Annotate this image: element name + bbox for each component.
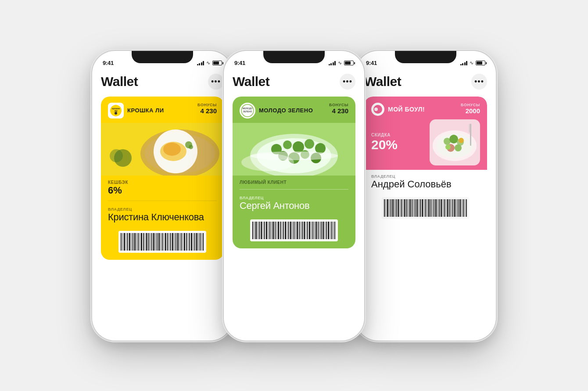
svg-point-142 [455,144,462,151]
svg-rect-126 [325,222,325,239]
loyalty-card-right[interactable]: МОЙ БОУЛ! БОНУСЫ 2000 СКИДКА 20% [364,97,487,228]
app-header-left: Wallet ••• [101,70,224,97]
card-image-left [101,123,224,176]
svg-rect-88 [259,222,260,239]
bonus-info-right: БОНУСЫ 2000 [461,103,480,115]
svg-rect-175 [428,199,430,217]
svg-rect-167 [415,199,416,217]
svg-rect-33 [150,233,151,251]
svg-rect-161 [404,199,405,217]
svg-rect-128 [328,222,329,239]
svg-rect-64 [203,233,204,251]
svg-rect-163 [408,199,409,217]
svg-rect-127 [326,222,327,239]
svg-rect-42 [165,233,166,251]
phone-content-left: Wallet ••• крошка ЛИ [92,70,233,341]
svg-rect-193 [459,199,461,217]
more-button-middle[interactable]: ••• [340,74,355,90]
svg-rect-171 [422,199,423,217]
svg-rect-176 [430,199,431,217]
svg-rect-153 [391,199,391,217]
svg-rect-194 [462,199,462,217]
svg-rect-125 [323,222,324,239]
card-top-middle: МОЛОДО ЗЕЛЕНО МОЛОДО ЗЕЛЕНО БОНУСЫ 4 230 [233,97,355,123]
barcode-section-middle [233,215,355,248]
owner-label-left: ВЛАДЕЛЕЦ [108,207,217,212]
svg-rect-34 [151,233,152,251]
svg-rect-188 [451,199,452,217]
svg-rect-114 [304,222,305,239]
battery-icon-right [476,61,485,65]
svg-rect-109 [295,222,296,239]
wifi-icon-right: ∿ [470,60,473,66]
app-title-left: Wallet [101,74,138,89]
status-icons-right: ∿ [460,60,486,66]
svg-rect-184 [444,199,445,217]
svg-rect-57 [191,233,192,251]
battery-icon-middle [344,61,354,65]
svg-rect-154 [392,199,394,217]
svg-rect-30 [145,233,145,251]
more-button-left[interactable]: ••• [208,74,224,90]
loyalty-card-middle[interactable]: МОЛОДО ЗЕЛЕНО МОЛОДО ЗЕЛЕНО БОНУСЫ 4 230 [233,97,355,248]
svg-rect-159 [401,199,402,217]
svg-rect-107 [292,222,293,239]
status-time-middle: 9:41 [234,60,245,66]
svg-point-10 [163,143,181,156]
svg-rect-43 [167,233,168,251]
app-header-right: Wallet ••• [364,70,487,97]
svg-rect-124 [321,222,322,239]
svg-rect-174 [427,199,427,217]
svg-rect-90 [263,222,263,239]
more-dots-left: ••• [211,78,221,86]
svg-rect-183 [443,199,443,217]
svg-rect-56 [189,233,190,251]
svg-rect-102 [283,222,284,239]
bonus-label-left: БОНУСЫ [197,103,217,107]
svg-rect-118 [311,222,312,239]
svg-rect-63 [201,233,202,251]
svg-point-14 [110,149,123,162]
svg-rect-119 [312,222,313,239]
svg-rect-41 [164,233,164,251]
svg-rect-192 [458,199,459,217]
svg-rect-104 [287,222,287,239]
more-button-right[interactable]: ••• [471,74,487,90]
svg-rect-101 [282,222,282,239]
svg-rect-187 [449,199,450,217]
svg-rect-47 [174,233,175,251]
bonus-info-left: БОНУСЫ 4 230 [197,103,217,115]
card-top-left: крошка ЛИ КРОШКА ЛИ БОНУСЫ 4 230 [101,97,224,123]
svg-rect-173 [425,199,426,217]
svg-rect-191 [456,199,457,217]
svg-rect-37 [157,233,158,251]
app-header-middle: Wallet ••• [233,70,355,97]
brand-logo-right [371,103,384,116]
bonus-label-middle: БОНУСЫ [329,103,348,107]
svg-point-75 [305,139,314,149]
barcode-middle [250,219,338,241]
svg-rect-111 [299,222,300,239]
svg-rect-120 [314,222,315,239]
loyalty-card-left[interactable]: крошка ЛИ КРОШКА ЛИ БОНУСЫ 4 230 [101,97,224,260]
svg-point-82 [241,154,294,171]
svg-point-134 [374,108,378,111]
status-icons-middle: ∿ [329,60,354,66]
brand-logo-left: крошка ЛИ [108,103,124,118]
svg-rect-169 [419,199,419,217]
signal-icon-left [197,61,204,65]
owner-name-left: Кристина Ключенкова [108,212,217,223]
brand-info-right: МОЙ БОУЛ! [371,103,425,116]
phone-right: 9:41 ∿ Wallet ••• [355,51,496,341]
svg-rect-147 [471,124,471,133]
svg-rect-195 [463,199,464,217]
app-title-middle: Wallet [233,74,269,89]
wifi-icon-middle: ∿ [338,60,342,66]
svg-rect-158 [400,199,400,217]
scene: 9:41 ∿ Wallet ••• [79,33,509,358]
svg-rect-196 [465,199,465,217]
svg-rect-152 [389,199,390,217]
svg-point-144 [445,144,451,150]
svg-rect-98 [276,222,277,239]
phone-content-right: Wallet ••• [355,70,496,341]
